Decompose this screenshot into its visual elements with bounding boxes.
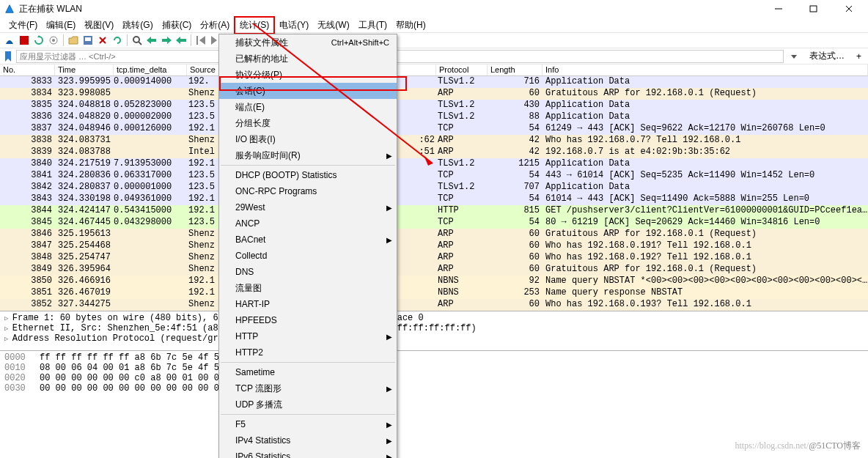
packet-row[interactable]: 3842324.2808370.000001000123.5TLSv1.2707… <box>0 182 868 193</box>
menu-item[interactable]: HTTP▶ <box>219 328 397 344</box>
menu-item[interactable]: DNS <box>219 264 397 280</box>
packet-row[interactable]: 3838324.083731Shenz:62ARP42Who has 192.1… <box>0 135 868 147</box>
menu-item[interactable]: ANCP <box>219 215 397 232</box>
menu-item[interactable]: IPv4 Statistics▶ <box>219 432 397 448</box>
packet-row[interactable]: 3844324.4241470.543415000192.1HTTP815GET… <box>0 205 868 217</box>
col-length[interactable]: Length <box>488 64 542 75</box>
col-delta[interactable]: tcp.time_delta <box>114 64 187 75</box>
detail-frame[interactable]: Frame 1: 60 bytes on wire (480 bits), 6 <box>4 313 218 323</box>
packet-row[interactable]: 3850326.466916192.1NBNS92Name query NBST… <box>0 276 868 287</box>
menu-jump[interactable]: 跳转(G) <box>118 18 157 33</box>
menu-item[interactable]: 会话(C) <box>219 83 397 99</box>
menu-file[interactable]: 文件(F) <box>4 18 42 33</box>
close-file-icon[interactable] <box>96 34 109 47</box>
go-back-icon[interactable] <box>145 34 158 47</box>
open-file-icon[interactable] <box>67 34 80 47</box>
packet-row[interactable]: 3852327.344275ShenzARP60Who has 192.168.… <box>0 299 868 311</box>
menu-item[interactable]: 29West▶ <box>219 199 397 215</box>
packet-row[interactable]: 3841324.2808360.063317000123.5TCP54443 →… <box>0 170 868 182</box>
restart-capture-icon[interactable] <box>32 34 45 47</box>
bookmark-filter-icon[interactable] <box>1 50 15 63</box>
save-file-icon[interactable] <box>81 34 95 47</box>
menu-item[interactable]: 捕获文件属性Ctrl+Alt+Shift+C <box>219 34 397 51</box>
packet-row[interactable]: 3837324.0489460.000126000192.1TCP5461249… <box>0 123 868 135</box>
menu-item[interactable]: Collectd <box>219 248 397 264</box>
add-filter-button[interactable]: + <box>851 50 867 63</box>
close-button[interactable] <box>839 2 859 15</box>
menu-item[interactable]: Sametime <box>219 364 397 380</box>
menu-item[interactable]: 协议分级(P) <box>219 67 397 83</box>
packet-row[interactable]: 3834323.998085ShenzARP60Gratuitous ARP f… <box>0 88 868 100</box>
menu-item[interactable]: HART-IP <box>219 296 397 312</box>
menu-item[interactable]: UDP 多播流 <box>219 396 397 413</box>
col-time[interactable]: Time <box>55 64 114 75</box>
display-filter-bar: 表达式… + <box>0 48 868 64</box>
col-info[interactable]: Info <box>542 64 868 75</box>
packet-row[interactable]: 3843324.3301980.049361000192.1TCP5461014… <box>0 193 868 205</box>
capture-options-icon[interactable] <box>47 34 60 47</box>
expression-button[interactable]: 表达式… <box>804 50 850 63</box>
filter-dropdown-arrow[interactable] <box>785 50 803 63</box>
maximize-button[interactable] <box>803 2 824 15</box>
go-to-packet-icon[interactable] <box>174 34 188 47</box>
menu-item[interactable]: I/O 图表(I) <box>219 131 397 147</box>
display-filter-input[interactable] <box>16 50 784 63</box>
menu-item[interactable]: 已解析的地址 <box>219 51 397 67</box>
menu-item[interactable]: F5▶ <box>219 416 397 432</box>
packet-details-pane[interactable]: Frame 1: 60 bytes on wire (480 bits), 6a… <box>0 311 868 350</box>
find-icon[interactable] <box>130 34 144 47</box>
menu-item[interactable]: 分组长度 <box>219 115 397 131</box>
packet-row[interactable]: 3847325.254468ShenzARP60Who has 192.168.… <box>0 240 868 252</box>
packet-row[interactable]: 3848325.254747ShenzARP60Who has 192.168.… <box>0 252 868 264</box>
packet-row[interactable]: 3835324.0488180.052823000123.5TLSv1.2430… <box>0 100 868 111</box>
hex-row[interactable]: 001008 00 06 04 00 01 a8 6b 7c 5e 4f 5 <box>4 363 864 373</box>
menu-help[interactable]: 帮助(H) <box>391 18 430 33</box>
menu-item[interactable]: 服务响应时间(R)▶ <box>219 147 397 163</box>
menu-statistics[interactable]: 统计(S) <box>234 16 275 34</box>
detail-arp[interactable]: Address Resolution Protocol (request/gr <box>4 333 218 344</box>
menu-item[interactable]: IPv6 Statistics▶ <box>219 448 397 458</box>
packet-list[interactable]: 3833323.9959950.000914000192.TLSv1.2716A… <box>0 76 868 311</box>
packet-row[interactable]: 3846325.195613ShenzARP60Gratuitous ARP f… <box>0 229 868 240</box>
hex-row[interactable]: 003000 00 00 00 00 00 00 00 00 00 00 0··… <box>4 383 864 394</box>
svg-rect-8 <box>85 37 91 41</box>
menu-tools[interactable]: 工具(T) <box>354 18 391 33</box>
menu-item[interactable]: HPFEEDS <box>219 312 397 328</box>
hex-row[interactable]: 0000ff ff ff ff ff ff a8 6b 7c 5e 4f 5 <box>4 352 864 363</box>
shark-fin-icon[interactable] <box>3 34 16 47</box>
menu-edit[interactable]: 编辑(E) <box>42 18 80 33</box>
minimize-button[interactable] <box>768 2 789 15</box>
menu-view[interactable]: 视图(V) <box>80 18 118 33</box>
menu-item[interactable]: TCP 流图形▶ <box>219 380 397 396</box>
menu-item[interactable]: HTTP2 <box>219 344 397 361</box>
packet-row[interactable]: 3845324.4674450.043298000123.5TCP5480 → … <box>0 217 868 229</box>
packet-row[interactable]: 3839324.083788Intel:51ARP42192.168.0.7 i… <box>0 147 868 158</box>
menu-item[interactable]: BACnet▶ <box>219 232 397 248</box>
menu-telephony[interactable]: 电话(Y) <box>275 18 313 33</box>
menu-item[interactable]: 端点(E) <box>219 99 397 115</box>
watermark: https://blog.csdn.net/@51CTO博客 <box>735 440 861 452</box>
first-packet-icon[interactable] <box>194 34 207 47</box>
packet-row[interactable]: 3851326.467019192.1NBNS253Name query res… <box>0 287 868 299</box>
title-bar: 正在捕获 WLAN <box>0 0 868 18</box>
menu-item[interactable]: 流量图 <box>219 280 397 296</box>
stop-capture-icon[interactable] <box>18 34 31 47</box>
svg-point-6 <box>52 39 55 42</box>
go-forward-icon[interactable] <box>160 34 173 47</box>
packet-row[interactable]: 3849326.395964ShenzARP60Gratuitous ARP f… <box>0 264 868 276</box>
menu-wireless[interactable]: 无线(W) <box>313 18 353 33</box>
packet-row[interactable]: 3833323.9959950.000914000192.TLSv1.2716A… <box>0 76 868 88</box>
col-protocol[interactable]: Protocol <box>436 64 488 75</box>
reload-icon[interactable] <box>111 34 124 47</box>
packet-bytes-pane[interactable]: 0000ff ff ff ff ff ff a8 6b 7c 5e 4f 500… <box>0 350 868 400</box>
col-no[interactable]: No. <box>0 64 55 75</box>
svg-rect-14 <box>162 39 168 42</box>
menu-item[interactable]: ONC-RPC Programs <box>219 183 397 199</box>
packet-row[interactable]: 3836324.0488200.000002000123.5TLSv1.288A… <box>0 111 868 123</box>
detail-eth[interactable]: Ethernet II, Src: Shenzhen_5e:4f:51 (a8 <box>4 323 218 333</box>
packet-row[interactable]: 3840324.2175197.913953000192.1TLSv1.2121… <box>0 158 868 170</box>
menu-analyze[interactable]: 分析(A) <box>196 18 234 33</box>
hex-row[interactable]: 002000 00 00 00 00 00 c0 a8 00 01 00 0 <box>4 373 864 383</box>
menu-item[interactable]: DHCP (BOOTP) Statistics <box>219 167 397 183</box>
menu-capture[interactable]: 捕获(C) <box>158 18 196 33</box>
